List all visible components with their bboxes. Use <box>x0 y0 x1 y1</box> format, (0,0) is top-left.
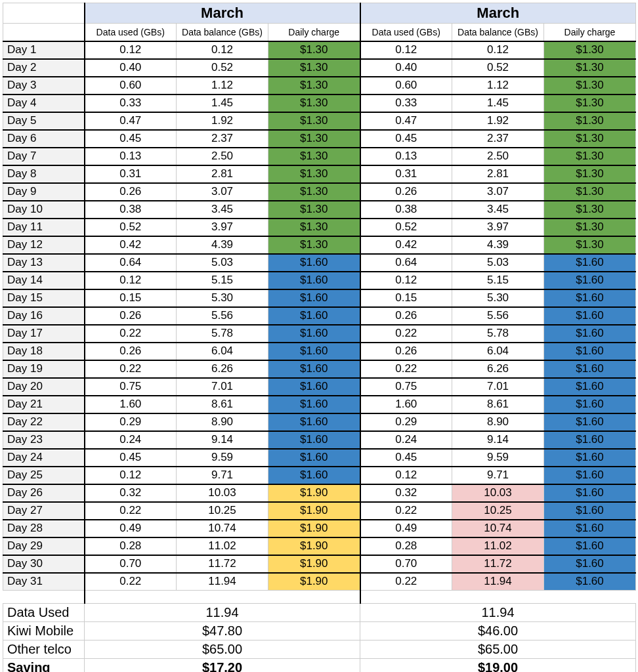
day-label: Day 29 <box>3 537 85 555</box>
data-balance-right: 11.72 <box>452 555 544 573</box>
data-balance-left: 9.59 <box>177 449 268 467</box>
day-label: Day 10 <box>3 201 85 219</box>
table-row: Day 170.225.78$1.600.225.78$1.60 <box>3 325 636 343</box>
daily-charge-left: $1.30 <box>268 112 360 130</box>
data-used-left: 0.24 <box>85 431 177 449</box>
data-balance-right: 4.39 <box>452 236 544 254</box>
data-used-left: 0.15 <box>85 289 177 307</box>
summary-kiwi-left: $47.80 <box>85 622 360 640</box>
data-used-left: 0.12 <box>85 467 177 484</box>
data-used-left: 1.60 <box>85 396 177 413</box>
data-balance-left: 10.25 <box>177 502 268 520</box>
table-row: Day 60.452.37$1.300.452.37$1.30 <box>3 130 636 148</box>
data-balance-left: 2.50 <box>177 148 268 165</box>
table-row: Day 280.4910.74$1.900.4910.74$1.60 <box>3 520 636 537</box>
data-used-left: 0.26 <box>85 343 177 360</box>
summary-saving-label: Saving <box>3 659 85 673</box>
daily-charge-right: $1.30 <box>544 77 636 94</box>
data-used-left: 0.22 <box>85 573 177 591</box>
table-row: Day 10.120.12$1.300.120.12$1.30 <box>3 41 636 59</box>
data-used-right: 0.28 <box>360 537 452 555</box>
data-used-right: 0.24 <box>360 431 452 449</box>
daily-charge-left: $1.30 <box>268 59 360 77</box>
day-label: Day 2 <box>3 59 85 77</box>
daily-charge-left: $1.30 <box>268 77 360 94</box>
daily-charge-right: $1.60 <box>544 431 636 449</box>
data-balance-right: 10.25 <box>452 502 544 520</box>
data-balance-right: 5.56 <box>452 307 544 325</box>
data-balance-right: 5.15 <box>452 272 544 289</box>
daily-charge-right: $1.30 <box>544 183 636 201</box>
data-balance-left: 8.61 <box>177 396 268 413</box>
data-balance-left: 11.02 <box>177 537 268 555</box>
table-row: Day 90.263.07$1.300.263.07$1.30 <box>3 183 636 201</box>
table-row: Day 200.757.01$1.600.757.01$1.60 <box>3 378 636 396</box>
daily-charge-left: $1.90 <box>268 555 360 573</box>
table-row: Day 140.125.15$1.600.125.15$1.60 <box>3 272 636 289</box>
col-daily-charge-right: Daily charge <box>544 24 636 41</box>
data-balance-left: 5.30 <box>177 289 268 307</box>
data-used-left: 0.64 <box>85 254 177 272</box>
day-label: Day 13 <box>3 254 85 272</box>
daily-charge-left: $1.60 <box>268 360 360 378</box>
data-used-left: 0.49 <box>85 520 177 537</box>
daily-charge-right: $1.60 <box>544 396 636 413</box>
data-balance-right: 0.12 <box>452 41 544 59</box>
daily-charge-right: $1.30 <box>544 201 636 219</box>
data-used-left: 0.12 <box>85 272 177 289</box>
data-used-right: 0.42 <box>360 236 452 254</box>
data-used-right: 0.49 <box>360 520 452 537</box>
data-used-right: 1.60 <box>360 396 452 413</box>
data-used-right: 0.47 <box>360 112 452 130</box>
daily-charge-left: $1.60 <box>268 254 360 272</box>
daily-charge-right: $1.60 <box>544 254 636 272</box>
day-label: Day 18 <box>3 343 85 360</box>
table-row: Day 130.645.03$1.600.645.03$1.60 <box>3 254 636 272</box>
day-label: Day 17 <box>3 325 85 343</box>
day-label: Day 6 <box>3 130 85 148</box>
data-balance-left: 5.56 <box>177 307 268 325</box>
daily-charge-right: $1.30 <box>544 94 636 112</box>
day-label: Day 7 <box>3 148 85 165</box>
daily-charge-right: $1.60 <box>544 484 636 502</box>
data-balance-right: 3.45 <box>452 201 544 219</box>
table-row: Day 260.3210.03$1.900.3210.03$1.60 <box>3 484 636 502</box>
data-balance-right: 9.71 <box>452 467 544 484</box>
daily-charge-right: $1.60 <box>544 343 636 360</box>
daily-charge-right: $1.30 <box>544 148 636 165</box>
data-used-right: 0.38 <box>360 201 452 219</box>
data-used-left: 0.13 <box>85 148 177 165</box>
data-used-right: 0.12 <box>360 272 452 289</box>
summary-kiwi-right: $46.00 <box>360 622 636 640</box>
day-label: Day 30 <box>3 555 85 573</box>
daily-charge-right: $1.30 <box>544 112 636 130</box>
daily-charge-left: $1.30 <box>268 183 360 201</box>
col-data-balance-right: Data balance (GBs) <box>452 24 544 41</box>
daily-charge-right: $1.60 <box>544 537 636 555</box>
day-label: Day 28 <box>3 520 85 537</box>
data-balance-left: 8.90 <box>177 413 268 431</box>
data-used-right: 0.26 <box>360 343 452 360</box>
data-balance-left: 4.39 <box>177 236 268 254</box>
day-label: Day 14 <box>3 272 85 289</box>
col-daily-charge-left: Daily charge <box>268 24 360 41</box>
data-balance-left: 9.14 <box>177 431 268 449</box>
daily-charge-right: $1.30 <box>544 59 636 77</box>
data-used-left: 0.75 <box>85 378 177 396</box>
daily-charge-right: $1.60 <box>544 307 636 325</box>
data-used-right: 0.31 <box>360 165 452 183</box>
data-used-left: 0.22 <box>85 325 177 343</box>
daily-charge-right: $1.60 <box>544 573 636 591</box>
day-label: Day 1 <box>3 41 85 59</box>
data-used-left: 0.60 <box>85 77 177 94</box>
data-used-right: 0.60 <box>360 77 452 94</box>
data-balance-left: 1.45 <box>177 94 268 112</box>
table-row: Day 120.424.39$1.300.424.39$1.30 <box>3 236 636 254</box>
data-balance-right: 3.97 <box>452 219 544 236</box>
data-used-left: 0.29 <box>85 413 177 431</box>
summary-data-used-right: 11.94 <box>360 604 636 622</box>
table-row: Day 230.249.14$1.600.249.14$1.60 <box>3 431 636 449</box>
data-used-left: 0.52 <box>85 219 177 236</box>
table-row: Day 160.265.56$1.600.265.56$1.60 <box>3 307 636 325</box>
day-label: Day 8 <box>3 165 85 183</box>
